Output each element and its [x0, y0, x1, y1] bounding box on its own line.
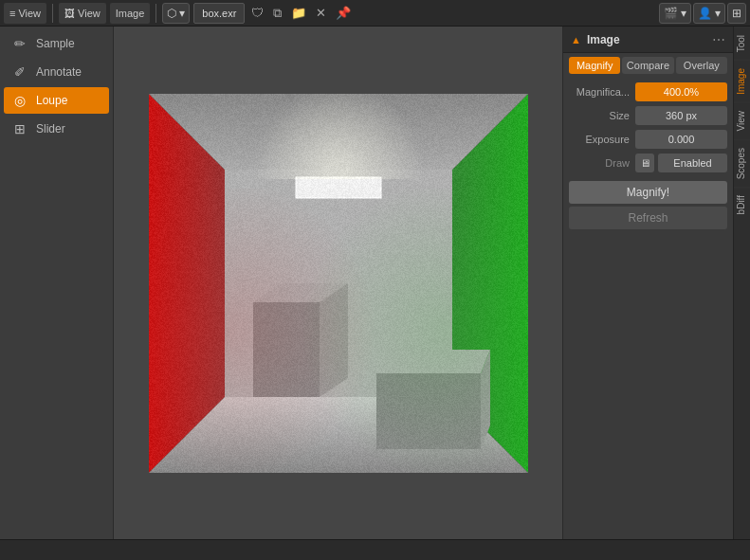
mode-chevron: ▾ [179, 7, 185, 20]
vsidebar-tab-bdiff[interactable]: bDiff [734, 187, 750, 222]
filename-text: box.exr [202, 8, 236, 19]
shield-icon-btn[interactable]: 🛡 [248, 3, 266, 24]
size-value[interactable]: 360 px [635, 106, 727, 125]
main-content: ✏ Sample ✐ Annotate ◎ Loupe ⊞ Slider ▲ I… [0, 27, 750, 539]
copy-icon-btn[interactable]: ⧉ [270, 3, 284, 24]
vsidebar-tab-tool[interactable]: Tool [734, 27, 750, 60]
refresh-button[interactable]: Refresh [569, 207, 727, 229]
sample-label: Sample [36, 37, 75, 50]
magnification-value[interactable]: 400.0% [635, 82, 727, 101]
render-chevron: ▾ [681, 7, 686, 20]
view-icon: 🖼 [64, 8, 75, 19]
topbar-view-label: View [18, 8, 41, 19]
slider-label: Slider [36, 122, 65, 135]
user-btn-group[interactable]: 👤 ▾ [693, 3, 725, 24]
viewport[interactable] [114, 27, 562, 539]
draw-enabled-value[interactable]: Enabled [658, 154, 727, 172]
vsidebar-tab-image[interactable]: Image [734, 60, 750, 102]
topbar-right-area: 🎬 ▾ 👤 ▾ ⊞ [659, 3, 746, 24]
render-image [149, 94, 528, 473]
loupe-icon: ◎ [11, 92, 28, 109]
topbar: ≡ View 🖼 View Image ⬡ ▾ box.exr 🛡 ⧉ 📁 ✕ … [0, 0, 750, 27]
user-chevron: ▾ [715, 7, 721, 20]
action-section: Magnify! Refresh [563, 177, 733, 233]
separator-2 [155, 4, 156, 23]
tool-annotate[interactable]: ✐ Annotate [4, 59, 109, 85]
image-menu-label: Image [116, 8, 145, 19]
left-sidebar: ✏ Sample ✐ Annotate ◎ Loupe ⊞ Slider [0, 27, 114, 539]
tool-slider[interactable]: ⊞ Slider [4, 116, 109, 142]
panel-triangle-icon: ▲ [571, 34, 581, 45]
render-canvas [149, 94, 528, 473]
right-panel: ▲ Image ⋯ Magnify Compare Overlay Magnif… [562, 27, 733, 539]
panel-tabs: Magnify Compare Overlay [563, 53, 733, 78]
filename-display: box.exr [193, 3, 245, 24]
render-icon: 🎬 [664, 7, 678, 20]
folder-icon-btn[interactable]: 📁 [288, 3, 309, 24]
size-row: Size 360 px [569, 105, 727, 126]
vsidebar-tab-view[interactable]: View [734, 102, 750, 139]
tab-overlay[interactable]: Overlay [676, 57, 727, 74]
annotate-label: Annotate [36, 65, 82, 79]
view-menu-btn[interactable]: 🖼 View [59, 3, 106, 24]
panel-title: Image [587, 33, 706, 46]
magnification-label: Magnifica... [569, 86, 635, 98]
magnification-row: Magnifica... 400.0% [569, 81, 727, 102]
close-icon-btn[interactable]: ✕ [313, 3, 329, 24]
mode-icon: ⬡ [167, 7, 176, 20]
tool-loupe[interactable]: ◎ Loupe [4, 87, 109, 114]
vertical-sidebar-tabs: Tool Image View Scopes bDiff [733, 27, 750, 539]
render-btn-group[interactable]: 🎬 ▾ [659, 3, 691, 24]
draw-label: Draw [569, 157, 635, 169]
annotate-icon: ✐ [11, 63, 28, 81]
sample-icon: ✏ [11, 35, 28, 52]
draw-control: 🖥 Enabled [635, 154, 727, 172]
pin-icon-btn[interactable]: 📌 [333, 3, 354, 24]
size-label: Size [569, 110, 635, 121]
exposure-value[interactable]: 0.000 [635, 130, 727, 149]
panel-form: Magnifica... 400.0% Size 360 px Exposure… [563, 78, 733, 177]
loupe-label: Loupe [36, 94, 67, 107]
tool-sample[interactable]: ✏ Sample [4, 30, 109, 57]
draw-monitor-icon[interactable]: 🖥 [635, 154, 654, 172]
slider-icon: ⊞ [11, 120, 28, 137]
menu-icon-btn[interactable]: ≡ View [4, 3, 46, 24]
magnify-button[interactable]: Magnify! [569, 181, 727, 204]
panel-header: ▲ Image ⋯ [563, 27, 733, 53]
grid-btn-group[interactable]: ⊞ [727, 3, 746, 24]
draw-row: Draw 🖥 Enabled [569, 153, 727, 173]
mode-selector[interactable]: ⬡ ▾ [162, 3, 190, 24]
bottom-bar [0, 539, 750, 560]
topbar-view2-label: View [78, 8, 101, 19]
panel-dots-icon[interactable]: ⋯ [712, 32, 725, 47]
tab-compare[interactable]: Compare [622, 57, 673, 74]
separator-1 [52, 4, 53, 23]
image-menu-btn[interactable]: Image [110, 3, 151, 24]
vsidebar-tab-scopes[interactable]: Scopes [734, 139, 750, 187]
tab-magnify[interactable]: Magnify [569, 57, 620, 74]
user-icon: 👤 [698, 7, 712, 20]
exposure-row: Exposure 0.000 [569, 129, 727, 150]
grid-icon: ⊞ [732, 7, 741, 20]
menu-icon: ≡ [9, 8, 15, 19]
exposure-label: Exposure [569, 134, 635, 145]
